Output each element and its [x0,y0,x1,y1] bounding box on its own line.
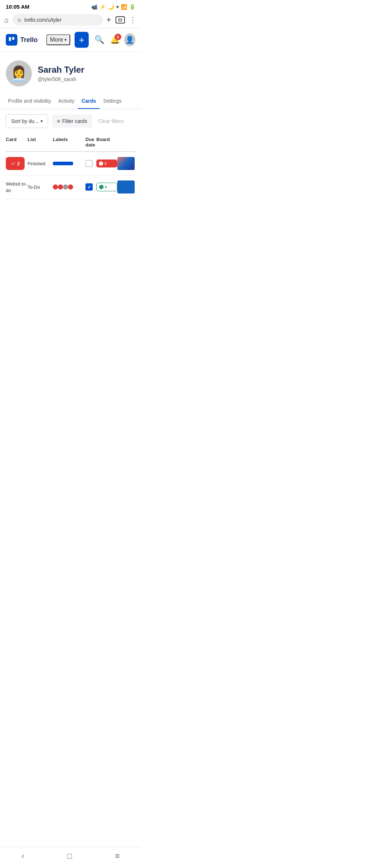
clock-icon [98,161,104,166]
trello-logo-text: Trello [20,36,38,44]
due-date-checkbox-2[interactable]: ✓ [85,183,93,191]
profile-name: Sarah Tyler [38,65,84,75]
list-cell-1: Finished [28,160,53,167]
card-cell-1: 2 [6,157,28,170]
status-bar: 10:05 AM 📹 ⚡ 🌙 ▾ 📶 🔋 [0,0,141,12]
wifi-icon: 📶 [121,4,127,10]
dot-2 [58,184,63,190]
profile-section: 👩‍💼 Sarah Tyler @tyler508_sarah [0,52,141,94]
browser-actions: + 22 ⋮ [106,15,137,25]
filter-icon: ≡ [57,118,60,124]
clear-filters-label: Clear filters [98,118,124,124]
board-cell-1 [117,157,135,170]
board-cell-2 [117,180,135,193]
moon-icon: 🌙 [108,4,114,10]
tabs-count[interactable]: 22 [115,16,125,24]
toolbar: Sort by du... ▾ ≡ Filter cards Clear fil… [0,109,141,133]
camera-icon: 📹 [91,4,97,10]
profile-avatar: 👩‍💼 [6,60,32,86]
table-header: Card List Labels Due date Board [6,133,135,152]
dot-1 [53,184,58,190]
blue-label-bar [53,162,73,165]
tabs-container: Profile and visibility Activity Cards Se… [0,94,141,109]
trello-logo: Trello [6,34,38,46]
checkmark-icon [10,161,16,166]
card-cell-2: Websit to-do [6,180,28,193]
card-count: 2 [17,161,20,166]
list-text-2: To-Do [28,184,40,190]
user-avatar[interactable]: 👤 [124,33,135,46]
red-dots-label [53,184,85,190]
app-header: Trello More ▾ + 🔍 🔔 6 👤 [0,28,141,52]
col-header-due-date: Due date [85,137,96,148]
status-time: 10:05 AM [6,4,29,10]
card-text-2: Websit to-do [6,181,27,193]
browser-bar: ⌂ ⊙ trello.com/u/tyler + 22 ⋮ [0,12,141,28]
filter-button[interactable]: ≡ Filter cards [52,115,92,128]
due-date-cell-1 [85,160,96,167]
battery-icon: 🔋 [129,4,135,10]
notification-badge: 6 [115,34,121,40]
due-date-checkbox-1[interactable] [85,160,93,167]
tab-activity[interactable]: Activity [55,94,78,109]
bluetooth-icon: ⚡ [100,4,106,10]
svg-rect-0 [9,37,11,41]
list-text-1: Finished [28,161,45,166]
tab-settings[interactable]: Settings [100,94,125,109]
table-row[interactable]: 2 Finished 4 [6,152,135,175]
trello-icon [8,36,15,43]
sort-button[interactable]: Sort by du... ▾ [6,114,48,128]
avatar-placeholder: 👩‍💼 [10,65,28,82]
due-date-red-badge: 4 [96,159,117,167]
board-thumbnail-2 [117,180,135,193]
clock-icon-2 [99,184,104,190]
table-container: Card List Labels Due date Board 2 Finish… [0,133,141,199]
sort-chevron-icon: ▾ [41,119,43,124]
avatar-image: 👤 [125,35,134,44]
more-chevron-icon: ▾ [64,37,67,42]
labels-cell-1 [53,162,85,165]
card-badge-red: 2 [6,157,25,170]
tab-profile-and-visibility[interactable]: Profile and visibility [4,94,55,109]
labels-cell-2 [53,184,85,190]
profile-username: @tyler508_sarah [38,76,84,82]
col-header-board: Board [96,137,117,148]
board-thumbnail-1 [117,157,135,170]
col-header-card: Card [6,137,28,148]
due-date-badge-1: 4 [96,159,117,167]
table-row[interactable]: Websit to-do To-Do ✓ 4 [6,175,135,199]
add-button[interactable]: + [75,32,88,48]
col-header-list: List [28,137,53,148]
home-icon[interactable]: ⌂ [4,16,9,24]
more-button[interactable]: More ▾ [46,34,70,45]
url-bar[interactable]: ⊙ trello.com/u/tyler [12,14,103,26]
sort-label: Sort by du... [11,118,38,124]
due-date-green-badge: 4 [96,183,117,191]
clear-filters-button[interactable]: Clear filters [96,115,126,128]
svg-rect-1 [12,37,14,40]
due-date-badge-2: 4 [96,183,117,191]
url-text: trello.com/u/tyler [24,17,62,23]
due-date-text-1: 4 [104,161,106,166]
browser-menu-button[interactable]: ⋮ [129,16,137,24]
list-cell-2: To-Do [28,184,53,190]
dot-4 [68,184,73,190]
filter-label: Filter cards [62,118,87,124]
search-button[interactable]: 🔍 [93,34,106,46]
notification-button[interactable]: 🔔 6 [110,35,120,44]
trello-logo-icon [6,34,17,46]
signal-icon: ▾ [116,4,119,10]
url-security-icon: ⊙ [17,17,21,23]
dot-3 [63,184,68,190]
due-date-cell-2: ✓ [85,183,96,191]
col-header-labels: Labels [53,137,85,148]
status-icons: 📹 ⚡ 🌙 ▾ 📶 🔋 [91,4,135,10]
new-tab-button[interactable]: + [106,15,111,25]
tab-cards[interactable]: Cards [78,94,100,109]
more-label: More [50,37,63,43]
due-date-text-2: 4 [105,185,107,189]
profile-info: Sarah Tyler @tyler508_sarah [38,65,84,82]
add-icon: + [79,34,84,46]
